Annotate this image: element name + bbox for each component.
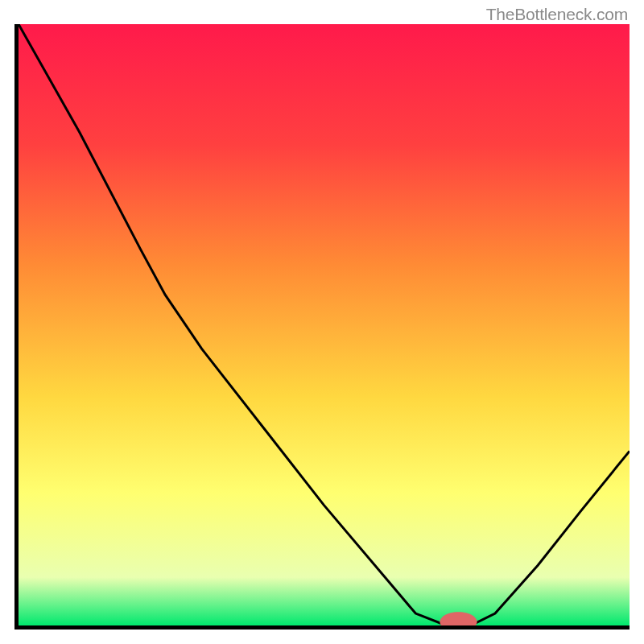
chart-plot (19, 24, 630, 625)
gradient-background (19, 24, 630, 625)
watermark-text: TheBottleneck.com (486, 5, 628, 24)
chart-frame (14, 24, 630, 630)
chart-container: TheBottleneck.com (0, 0, 644, 644)
